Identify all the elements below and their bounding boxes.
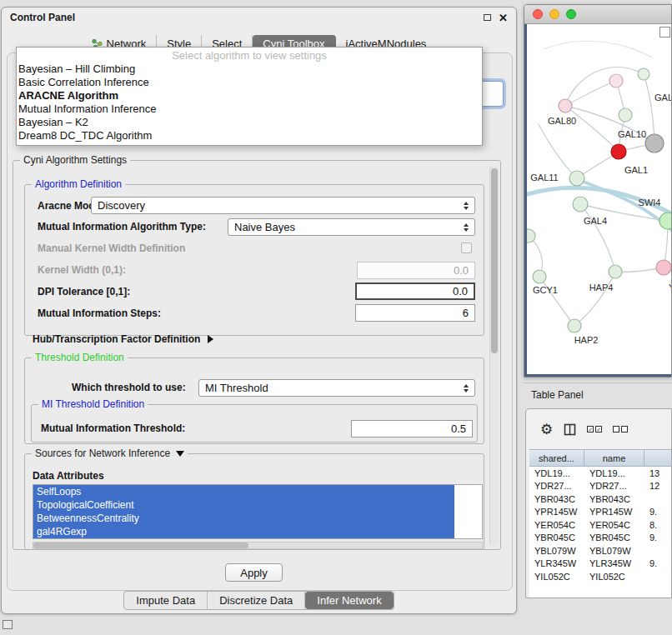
table-row[interactable]: YIL052CYIL052C (529, 570, 671, 583)
apply-button[interactable]: Apply (225, 563, 283, 582)
settings-gear-icon[interactable]: ⚙ (540, 422, 553, 437)
network-node[interactable] (533, 270, 546, 283)
table-header-row: shared...name (529, 449, 671, 467)
dpi-tolerance-field[interactable]: 0.0 (355, 282, 475, 300)
node-label: GAL11 (530, 172, 558, 182)
mi-algorithm-type-select[interactable]: Naive Bayes (228, 218, 475, 236)
manual-kernel-width-checkbox[interactable] (461, 242, 472, 253)
algorithm-option-bayesian-k2[interactable]: Bayesian – K2 (17, 116, 482, 129)
algorithm-option-dream8-dc-tdc-algorithm[interactable]: Dream8 DC_TDC Algorithm (17, 129, 482, 142)
collapse-arrow-icon (176, 451, 184, 457)
table-row[interactable]: YBL079WYBL079W (529, 544, 671, 558)
network-node[interactable] (619, 108, 632, 122)
data-attributes-label: Data Attributes (33, 470, 104, 482)
dropdown-placeholder: Select algorithm to view settings (17, 49, 482, 62)
which-threshold-select[interactable]: MI Threshold (198, 379, 475, 397)
network-node[interactable] (609, 265, 622, 278)
column-header[interactable]: name (584, 449, 644, 467)
table-row[interactable]: YLR345WYLR345W9. (529, 558, 671, 571)
table-row[interactable]: YDR27...YDR27...12 (529, 480, 671, 493)
float-window-icon[interactable] (484, 14, 491, 21)
table-row[interactable]: YDL19...YDL19...13 (529, 467, 671, 480)
mi-steps-field[interactable]: 6 (355, 304, 475, 322)
zoom-window-icon[interactable] (566, 9, 576, 19)
column-header[interactable]: shared... (529, 449, 584, 467)
network-node[interactable] (609, 74, 623, 88)
network-edge[interactable] (574, 272, 615, 326)
settings-scrollbar[interactable] (489, 166, 499, 546)
network-node[interactable] (656, 260, 671, 275)
network-edge[interactable] (544, 41, 652, 58)
network-graph[interactable]: GAL80GAL10GAL11GAL1SWI4GAL4GCY1HAP4HAP2G… (527, 24, 672, 376)
combo-arrows-icon (464, 202, 469, 210)
close-panel-icon[interactable]: ✕ (499, 12, 508, 23)
dpi-tolerance-label: DPI Tolerance [0,1]: (38, 286, 130, 298)
combo-arrows-icon (464, 384, 469, 392)
network-node[interactable] (568, 319, 581, 332)
algorithm-dropdown-popup: Select algorithm to view settings Bayesi… (16, 47, 483, 146)
network-canvas[interactable]: GAL80GAL10GAL11GAL1SWI4GAL4GCY1HAP4HAP2G… (524, 24, 671, 377)
canvas-corner-widget[interactable] (659, 27, 670, 38)
close-window-icon[interactable] (533, 9, 543, 19)
network-edge[interactable] (539, 124, 577, 178)
data-attribute-item[interactable]: TopologicalCoefficient (33, 498, 454, 512)
column-selector-icon[interactable] (564, 423, 576, 436)
table-panel-title: Table Panel (531, 389, 584, 401)
check-all-rows-icon[interactable]: ✓ ✓ (587, 426, 602, 432)
network-window-titlebar[interactable] (524, 5, 671, 24)
table-cell: YER054C (529, 520, 584, 530)
table-cell: YLR345W (584, 558, 644, 568)
data-attributes-list[interactable]: SelfLoopsTopologicalCoefficientBetweenne… (33, 484, 483, 539)
data-attribute-item[interactable]: BetweennessCentrality (33, 512, 454, 525)
hidden-spinner-field[interactable] (479, 81, 504, 107)
bottom-tab-impute-data[interactable]: Impute Data (124, 592, 208, 609)
network-node[interactable] (611, 144, 626, 159)
bottom-tab-infer-network[interactable]: Infer Network (305, 592, 393, 609)
data-attribute-item[interactable]: SelfLoops (33, 485, 454, 498)
table-cell: 13 (644, 468, 671, 478)
unchecked-box-glyph (621, 426, 628, 432)
table-cell: YIL052C (584, 572, 644, 582)
algorithm-option-basic-correlation-inference[interactable]: Basic Correlation Inference (17, 76, 482, 89)
table-cell: YER054C (584, 520, 644, 530)
table-row[interactable]: YBR043CYBR043C (529, 492, 671, 506)
network-node[interactable] (527, 229, 535, 242)
network-node[interactable] (569, 171, 584, 186)
control-panel-titlebar[interactable]: Control Panel ✕ (2, 8, 516, 28)
uncheck-all-rows-icon[interactable] (613, 426, 628, 432)
hub-definition-toggle[interactable]: Hub/Transcription Factor Definition (33, 333, 213, 345)
combo-arrows-icon (464, 223, 469, 232)
column-header[interactable] (644, 449, 671, 467)
manual-kernel-width-label: Manual Kernel Width Definition (38, 242, 185, 254)
aracne-mode-select[interactable]: Discovery (91, 197, 475, 214)
algorithm-option-bayesian-hill-climbing[interactable]: Bayesian – Hill Climbing (17, 62, 482, 76)
kernel-width-label: Kernel Width (0,1): (38, 264, 126, 276)
bottom-tab-discretize-data[interactable]: Discretize Data (208, 592, 305, 609)
network-edge[interactable] (539, 277, 574, 326)
mi-steps-value: 6 (463, 307, 469, 319)
network-node[interactable] (573, 197, 588, 212)
network-edge[interactable] (580, 204, 615, 272)
minimize-window-icon[interactable] (549, 9, 559, 19)
scrollbar-thumb[interactable] (491, 168, 498, 353)
network-node[interactable] (638, 68, 649, 80)
kernel-width-field[interactable]: 0.0 (357, 262, 475, 279)
panel-corner-icon[interactable] (3, 620, 13, 629)
mi-threshold-field[interactable]: 0.5 (351, 420, 473, 438)
algorithm-option-mutual-information-inference[interactable]: Mutual Information Inference (17, 102, 482, 116)
scrollbar-thumb[interactable] (33, 542, 248, 548)
table-row[interactable]: YBR045CYBR045C9. (529, 532, 671, 545)
network-node[interactable] (659, 212, 672, 229)
sources-group-toggle[interactable]: Sources for Network Inference (32, 448, 188, 460)
table-cell: YDL19... (584, 468, 644, 478)
network-view-window: GAL80GAL10GAL11GAL1SWI4GAL4GCY1HAP4HAP2G… (524, 4, 672, 378)
table-row[interactable]: YPR145WYPR145W9. (529, 506, 671, 519)
algorithm-option-aracne-algorithm[interactable]: ARACNE Algorithm (17, 89, 482, 102)
table-cell: YDR27... (529, 481, 584, 491)
data-attribute-item[interactable]: gal4RGexp (33, 525, 454, 538)
network-node[interactable] (559, 99, 572, 112)
network-node[interactable] (645, 134, 664, 152)
network-edge[interactable] (565, 81, 616, 106)
list-horizontal-scrollbar[interactable] (33, 542, 483, 549)
table-row[interactable]: YER054CYER054C8. (529, 518, 671, 532)
